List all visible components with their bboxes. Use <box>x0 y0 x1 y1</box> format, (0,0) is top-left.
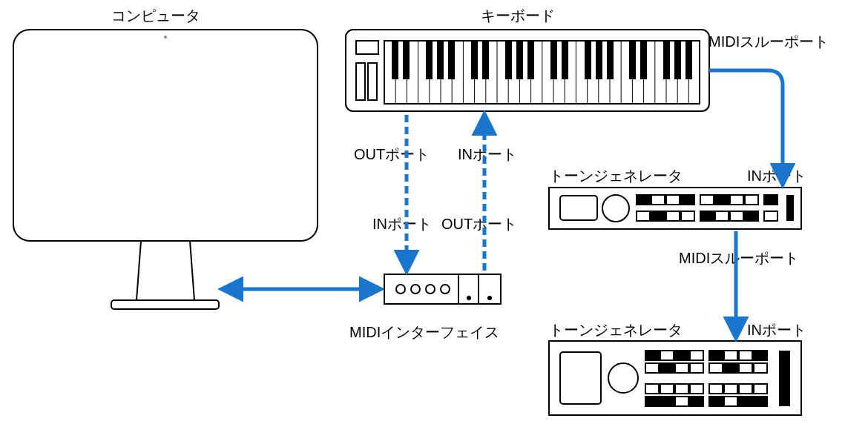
computer-icon <box>13 30 318 309</box>
svg-rect-42 <box>505 41 512 79</box>
svg-rect-76 <box>637 211 650 221</box>
arrow-kb-thru-tg1 <box>709 70 783 184</box>
svg-rect-129 <box>675 351 688 360</box>
svg-rect-122 <box>675 397 688 406</box>
svg-rect-91 <box>745 211 758 221</box>
svg-rect-37 <box>426 41 433 79</box>
svg-rect-110 <box>739 363 752 373</box>
svg-rect-39 <box>448 41 455 79</box>
svg-rect-6 <box>368 63 377 100</box>
svg-rect-116 <box>709 384 723 394</box>
svg-rect-35 <box>392 41 398 79</box>
svg-rect-54 <box>685 41 692 79</box>
svg-rect-132 <box>660 363 674 373</box>
svg-rect-85 <box>637 195 650 205</box>
svg-point-58 <box>426 285 435 294</box>
svg-rect-87 <box>715 195 729 205</box>
svg-rect-102 <box>739 351 752 360</box>
svg-rect-125 <box>724 397 737 406</box>
svg-rect-108 <box>709 363 723 373</box>
svg-rect-90 <box>700 211 714 221</box>
svg-point-66 <box>602 195 629 222</box>
svg-rect-71 <box>700 195 714 205</box>
svg-rect-88 <box>764 195 777 205</box>
svg-rect-114 <box>675 384 688 394</box>
svg-rect-111 <box>754 363 767 373</box>
svg-rect-46 <box>562 41 568 79</box>
svg-point-1 <box>164 36 167 39</box>
svg-rect-133 <box>724 363 737 373</box>
svg-rect-106 <box>675 363 688 373</box>
midi-interface-icon <box>384 274 501 304</box>
svg-rect-48 <box>596 41 602 79</box>
svg-rect-74 <box>745 195 758 205</box>
svg-rect-2 <box>111 300 219 309</box>
svg-rect-49 <box>607 41 614 79</box>
svg-rect-107 <box>690 363 703 373</box>
svg-rect-50 <box>629 41 636 79</box>
tone-generator-2-icon <box>549 341 801 415</box>
svg-rect-52 <box>663 41 670 79</box>
svg-point-95 <box>608 363 638 393</box>
svg-rect-135 <box>660 397 674 406</box>
diagram-svg <box>0 0 868 424</box>
svg-point-56 <box>396 285 405 294</box>
svg-point-57 <box>411 285 420 294</box>
svg-rect-84 <box>764 211 777 221</box>
svg-rect-86 <box>681 195 694 205</box>
svg-rect-97 <box>660 351 674 360</box>
svg-rect-73 <box>730 195 743 205</box>
svg-rect-139 <box>754 397 767 406</box>
svg-rect-138 <box>739 397 752 406</box>
svg-point-61 <box>467 296 471 300</box>
svg-rect-140 <box>779 351 790 406</box>
svg-rect-5 <box>356 63 365 100</box>
svg-rect-36 <box>403 41 410 79</box>
svg-point-63 <box>487 296 492 300</box>
svg-rect-40 <box>471 41 478 79</box>
svg-rect-119 <box>754 384 767 394</box>
svg-rect-134 <box>645 397 659 406</box>
svg-rect-117 <box>724 384 737 394</box>
svg-rect-43 <box>516 41 523 79</box>
svg-rect-112 <box>645 384 659 394</box>
svg-rect-115 <box>690 384 703 394</box>
svg-rect-41 <box>482 41 489 79</box>
tone-generator-1-icon <box>549 188 801 229</box>
svg-rect-79 <box>681 211 694 221</box>
svg-rect-44 <box>527 41 534 79</box>
svg-rect-99 <box>690 351 703 360</box>
svg-rect-113 <box>660 384 674 394</box>
svg-rect-104 <box>645 363 659 373</box>
svg-rect-101 <box>724 351 737 360</box>
svg-rect-81 <box>715 211 729 221</box>
svg-rect-0 <box>13 30 318 241</box>
svg-rect-136 <box>690 397 703 406</box>
svg-rect-131 <box>754 351 767 360</box>
svg-rect-4 <box>356 41 378 54</box>
keyboard-icon <box>346 30 709 111</box>
svg-rect-94 <box>560 352 601 404</box>
svg-rect-38 <box>437 41 444 79</box>
svg-rect-82 <box>730 211 743 221</box>
svg-rect-118 <box>739 384 752 394</box>
svg-rect-53 <box>674 41 681 79</box>
svg-rect-45 <box>550 41 557 79</box>
svg-rect-89 <box>651 211 665 221</box>
svg-rect-92 <box>786 195 794 221</box>
svg-rect-69 <box>666 195 680 205</box>
svg-rect-51 <box>640 41 647 79</box>
svg-rect-128 <box>645 351 659 360</box>
svg-rect-130 <box>709 351 723 360</box>
svg-point-59 <box>441 285 450 294</box>
svg-rect-47 <box>585 41 591 79</box>
svg-rect-137 <box>709 397 723 406</box>
svg-rect-78 <box>666 211 680 221</box>
svg-rect-68 <box>651 195 665 205</box>
svg-rect-65 <box>560 196 597 220</box>
